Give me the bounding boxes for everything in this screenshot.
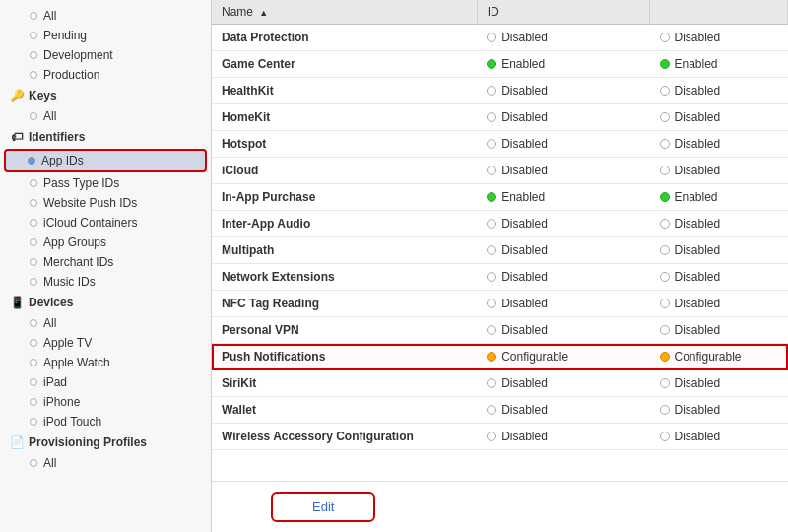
status-dot bbox=[487, 166, 496, 175]
capability-name: Hotspot bbox=[212, 131, 477, 158]
sidebar-item-devices-all[interactable]: All bbox=[0, 313, 211, 333]
table-row: Push NotificationsConfigurableConfigurab… bbox=[212, 344, 788, 370]
status-dot bbox=[487, 139, 496, 149]
sidebar-item-apple-tv[interactable]: Apple TV bbox=[0, 333, 211, 353]
status-dot bbox=[487, 405, 496, 415]
sidebar-item-production[interactable]: Production bbox=[0, 65, 211, 85]
table-row: iCloudDisabledDisabled bbox=[212, 158, 788, 184]
capability-name: Data Protection bbox=[212, 25, 477, 51]
sidebar-item-provisioning-all[interactable]: All bbox=[0, 453, 211, 473]
capability-status-col2: Disabled bbox=[650, 291, 788, 317]
col-header-name[interactable]: Name ▲ bbox=[212, 0, 477, 25]
key-icon: 🔑 bbox=[10, 89, 24, 102]
status-dot bbox=[660, 192, 670, 202]
sidebar-item-app-ids[interactable]: App IDs bbox=[4, 149, 207, 172]
table-row: Data ProtectionDisabledDisabled bbox=[212, 25, 788, 51]
capability-name: Inter-App Audio bbox=[212, 211, 477, 237]
capability-status-col1: Enabled bbox=[477, 184, 649, 211]
status-dot bbox=[660, 86, 670, 96]
sidebar-item-keys-all[interactable]: All bbox=[0, 106, 211, 126]
col-header-id[interactable]: ID bbox=[477, 0, 649, 25]
table-row: HotspotDisabledDisabled bbox=[212, 131, 788, 158]
capability-status-col1: Disabled bbox=[477, 25, 649, 51]
table-scroll-area[interactable]: Name ▲ ID Data ProtectionDisabledDisable… bbox=[212, 0, 788, 481]
status-dot bbox=[660, 139, 670, 149]
capability-name: Wallet bbox=[212, 397, 477, 424]
sidebar-item-iphone[interactable]: iPhone bbox=[0, 392, 211, 412]
status-dot bbox=[487, 325, 496, 335]
capability-status-col1: Disabled bbox=[477, 424, 649, 450]
sidebar-item-merchant-ids[interactable]: Merchant IDs bbox=[0, 252, 211, 272]
status-dot bbox=[487, 272, 496, 282]
edit-area: Edit bbox=[212, 481, 788, 532]
sidebar-item-ipad[interactable]: iPad bbox=[0, 372, 211, 392]
capability-name: Wireless Accessory Configuration bbox=[212, 424, 477, 450]
table-row: MultipathDisabledDisabled bbox=[212, 237, 788, 264]
capabilities-table: Name ▲ ID Data ProtectionDisabledDisable… bbox=[212, 0, 788, 450]
edit-button[interactable]: Edit bbox=[271, 492, 375, 522]
table-row: HomeKitDisabledDisabled bbox=[212, 104, 788, 131]
status-dot bbox=[660, 299, 670, 308]
sidebar-section-identifiers: 🏷 Identifiers bbox=[0, 126, 211, 148]
capability-status-col2: Disabled bbox=[650, 397, 788, 424]
table-row: Wireless Accessory ConfigurationDisabled… bbox=[212, 424, 788, 450]
capability-status-col2: Enabled bbox=[650, 184, 788, 211]
capability-status-col2: Disabled bbox=[650, 424, 788, 450]
capability-name: SiriKit bbox=[212, 370, 477, 397]
sidebar-item-ipod-touch[interactable]: iPod Touch bbox=[0, 412, 211, 432]
capability-status-col1: Disabled bbox=[477, 237, 649, 264]
capability-status-col2: Disabled bbox=[650, 158, 788, 184]
status-dot bbox=[660, 325, 670, 335]
sidebar-section-devices: 📱 Devices bbox=[0, 292, 211, 313]
status-dot bbox=[487, 59, 496, 69]
table-row: Network ExtensionsDisabledDisabled bbox=[212, 264, 788, 291]
capability-name: iCloud bbox=[212, 158, 477, 184]
sidebar-item-music-ids[interactable]: Music IDs bbox=[0, 272, 211, 292]
capability-status-col1: Disabled bbox=[477, 370, 649, 397]
capability-status-col1: Disabled bbox=[477, 131, 649, 158]
sidebar-item-app-groups[interactable]: App Groups bbox=[0, 233, 211, 252]
capability-status-col1: Disabled bbox=[477, 264, 649, 291]
status-dot bbox=[660, 378, 670, 388]
status-dot bbox=[660, 166, 670, 175]
table-row: WalletDisabledDisabled bbox=[212, 397, 788, 424]
capability-name: HomeKit bbox=[212, 104, 477, 131]
table-row: Personal VPNDisabledDisabled bbox=[212, 317, 788, 344]
table-row: SiriKitDisabledDisabled bbox=[212, 370, 788, 397]
status-dot bbox=[487, 378, 496, 388]
device-icon: 📱 bbox=[10, 296, 24, 309]
capability-status-col2: Disabled bbox=[650, 370, 788, 397]
tag-icon: 🏷 bbox=[10, 130, 24, 144]
sidebar-item-development[interactable]: Development bbox=[0, 45, 211, 65]
table-row: Inter-App AudioDisabledDisabled bbox=[212, 211, 788, 237]
sidebar: All Pending Development Production 🔑 Key… bbox=[0, 0, 212, 532]
capability-status-col1: Disabled bbox=[477, 291, 649, 317]
sidebar-item-icloud-containers[interactable]: iCloud Containers bbox=[0, 213, 211, 233]
table-row: NFC Tag ReadingDisabledDisabled bbox=[212, 291, 788, 317]
status-dot bbox=[487, 352, 496, 362]
capability-name: Multipath bbox=[212, 237, 477, 264]
sidebar-item-all-top[interactable]: All bbox=[0, 6, 211, 26]
capability-status-col2: Enabled bbox=[650, 51, 788, 78]
status-dot bbox=[660, 272, 670, 282]
capability-status-col1: Disabled bbox=[477, 211, 649, 237]
sidebar-item-website-push-ids[interactable]: Website Push IDs bbox=[0, 193, 211, 213]
capability-status-col2: Disabled bbox=[650, 237, 788, 264]
status-dot bbox=[487, 112, 496, 122]
capability-status-col2: Disabled bbox=[650, 78, 788, 104]
capability-name: HealthKit bbox=[212, 78, 477, 104]
table-row: HealthKitDisabledDisabled bbox=[212, 78, 788, 104]
capability-name: NFC Tag Reading bbox=[212, 291, 477, 317]
sidebar-section-provisioning: 📄 Provisioning Profiles bbox=[0, 432, 211, 453]
sidebar-item-pass-type-ids[interactable]: Pass Type IDs bbox=[0, 173, 211, 193]
status-dot bbox=[487, 219, 496, 229]
capability-status-col1: Disabled bbox=[477, 397, 649, 424]
table-row: In-App PurchaseEnabledEnabled bbox=[212, 184, 788, 211]
capability-status-col1: Disabled bbox=[477, 317, 649, 344]
sidebar-item-apple-watch[interactable]: Apple Watch bbox=[0, 353, 211, 372]
capability-status-col2: Configurable bbox=[650, 344, 788, 370]
capability-name: Personal VPN bbox=[212, 317, 477, 344]
sidebar-item-pending[interactable]: Pending bbox=[0, 26, 211, 45]
status-dot bbox=[660, 33, 670, 42]
status-dot bbox=[487, 33, 496, 42]
